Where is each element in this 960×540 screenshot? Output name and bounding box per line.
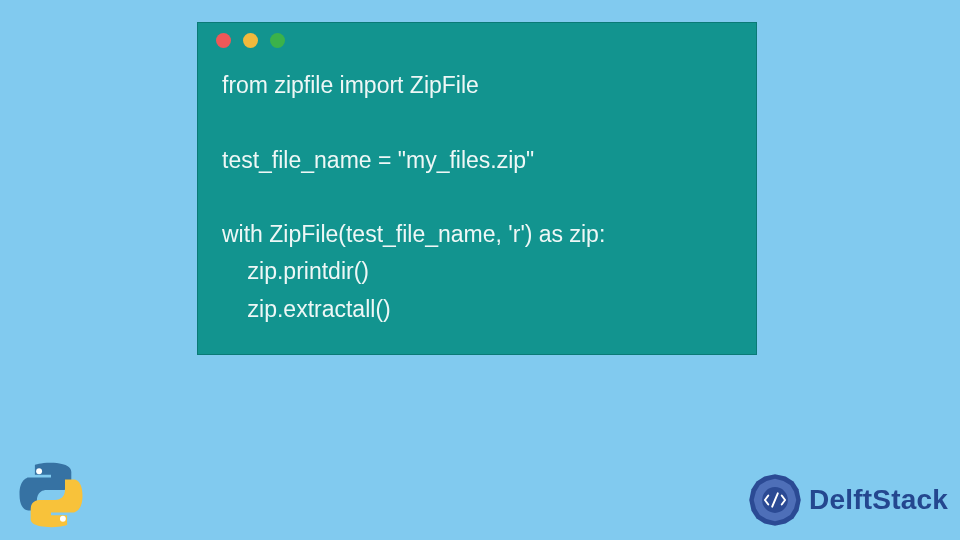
code-block: from zipfile import ZipFile test_file_na… [198,57,756,354]
delftstack-logo: DelftStack [747,472,948,528]
python-logo-icon [16,460,86,530]
close-icon [216,33,231,48]
maximize-icon [270,33,285,48]
code-window: from zipfile import ZipFile test_file_na… [197,22,757,355]
brand-name: DelftStack [809,484,948,516]
delftstack-badge-icon [747,472,803,528]
svg-point-1 [60,516,66,522]
minimize-icon [243,33,258,48]
svg-point-0 [36,468,42,474]
window-titlebar [198,23,756,57]
